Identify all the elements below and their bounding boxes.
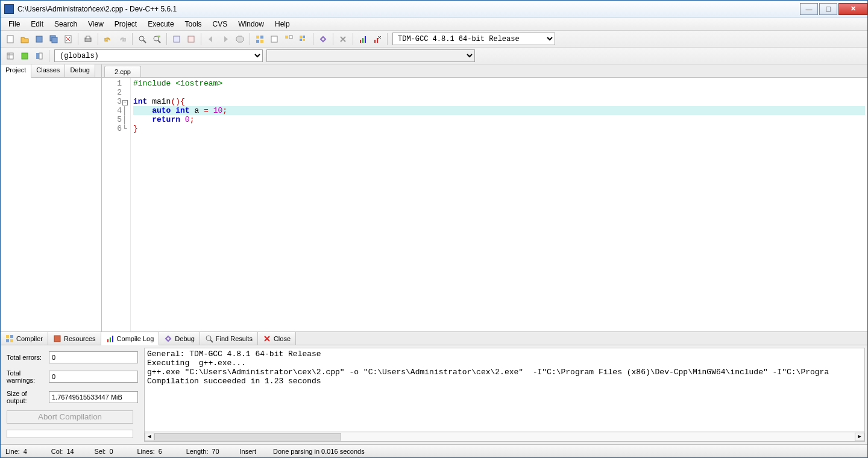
sb-len-value: 70	[212, 448, 222, 455]
sb-mode: Insert	[239, 448, 256, 455]
tab-icon	[5, 334, 14, 343]
sb-message: Done parsing in 0.016 seconds	[273, 448, 365, 455]
bottom-tab-compile-log[interactable]: Compile Log	[101, 332, 160, 345]
svg-rect-14	[256, 36, 259, 39]
editor-area: 2.cpp 123−4│5│6└ #include <iostream>int …	[102, 64, 867, 331]
scroll-left-button[interactable]: ◄	[145, 433, 154, 441]
bottom-tab-find-results[interactable]: Find Results	[200, 332, 258, 345]
project-tree[interactable]	[1, 78, 101, 331]
save-all-button[interactable]	[47, 33, 60, 46]
svg-rect-16	[256, 40, 259, 43]
compiler-profile-select[interactable]: TDM-GCC 4.8.1 64-bit Release	[392, 33, 555, 45]
titlebar[interactable]: C:\Users\Administrator\cex\2.cpp - Dev-C…	[1, 1, 867, 17]
new-class-button[interactable]	[4, 49, 17, 63]
close-file-button[interactable]	[61, 33, 75, 46]
sb-sel-value: 0	[109, 448, 120, 455]
compile-stats: Total errors: Total warnings: Size of ou…	[1, 345, 144, 444]
replace-button[interactable]	[150, 33, 163, 46]
compile-log[interactable]: General: TDM-GCC 4.8.1 64-bit ReleaseExe…	[144, 348, 865, 442]
save-button[interactable]	[33, 33, 46, 46]
maximize-button[interactable]: ▢	[819, 3, 837, 15]
left-tab-debug[interactable]: Debug	[65, 64, 95, 77]
symbols-select[interactable]	[266, 49, 475, 62]
sb-lines-label: Lines:	[137, 448, 154, 455]
tab-icon	[205, 334, 213, 343]
menu-project[interactable]: Project	[109, 19, 142, 30]
size-label: Size of output:	[7, 390, 45, 404]
scroll-right-button[interactable]: ►	[855, 433, 864, 441]
globals-select[interactable]: (globals)	[54, 49, 263, 62]
delete-button[interactable]	[336, 33, 350, 46]
bottom-tab-compiler[interactable]: Compiler	[1, 332, 48, 345]
svg-rect-19	[285, 36, 288, 39]
nav-forward-button[interactable]	[219, 33, 232, 46]
left-tab-project[interactable]: Project	[1, 64, 31, 78]
nav-back-button[interactable]	[204, 33, 218, 46]
svg-rect-22	[303, 36, 305, 38]
stop-button[interactable]	[233, 33, 247, 46]
svg-rect-32	[36, 53, 39, 59]
goto-bookmark-button[interactable]	[184, 33, 198, 46]
menu-tools[interactable]: Tools	[180, 19, 207, 30]
redo-button[interactable]	[116, 33, 129, 46]
undo-button[interactable]	[101, 33, 115, 46]
compile-button[interactable]	[253, 33, 266, 46]
insert-button[interactable]	[18, 49, 31, 63]
errors-field[interactable]	[49, 351, 138, 363]
find-button[interactable]	[136, 33, 149, 46]
rebuild-button[interactable]	[297, 33, 310, 46]
warnings-field[interactable]	[49, 371, 138, 383]
svg-rect-3	[52, 37, 57, 43]
profile-button[interactable]	[356, 33, 370, 46]
statusbar: Line:4 Col:14 Sel:0 Lines:6 Length:70 In…	[1, 444, 867, 457]
svg-rect-0	[7, 36, 13, 43]
line-gutter: 123−4│5│6└	[102, 78, 131, 331]
run-button[interactable]	[268, 33, 281, 46]
toggle-bookmark-button[interactable]	[170, 33, 183, 46]
menu-edit[interactable]: Edit	[25, 19, 49, 30]
new-file-button[interactable]	[4, 33, 17, 46]
menu-window[interactable]: Window	[233, 19, 269, 30]
window-title: C:\Users\Administrator\cex\2.cpp - Dev-C…	[17, 5, 799, 13]
menu-cvs[interactable]: CVS	[207, 19, 233, 30]
sb-line-label: Line:	[5, 448, 20, 455]
svg-rect-29	[377, 38, 378, 43]
debug-button[interactable]	[316, 33, 330, 46]
delete-profile-button[interactable]	[371, 33, 384, 46]
minimize-button[interactable]: —	[800, 3, 818, 15]
menu-view[interactable]: View	[83, 19, 109, 30]
log-hscrollbar[interactable]: ◄ ►	[145, 431, 864, 441]
menu-search[interactable]: Search	[49, 19, 83, 30]
svg-rect-31	[22, 53, 28, 59]
code-content[interactable]: #include <iostream>int main(){ auto int …	[131, 78, 867, 331]
size-field[interactable]	[49, 391, 138, 403]
svg-rect-23	[300, 39, 302, 41]
svg-rect-35	[10, 335, 13, 338]
bottom-tab-resources[interactable]: Resources	[48, 332, 101, 345]
menu-file[interactable]: File	[3, 19, 25, 30]
menu-help[interactable]: Help	[269, 19, 295, 30]
open-button[interactable]	[18, 33, 31, 46]
scroll-thumb[interactable]	[154, 433, 341, 441]
svg-point-7	[139, 36, 144, 41]
print-button[interactable]	[81, 33, 95, 46]
svg-rect-26	[362, 38, 363, 43]
abort-button[interactable]: Abort Compilation	[7, 410, 133, 424]
svg-rect-24	[303, 39, 305, 41]
file-tab[interactable]: 2.cpp	[104, 66, 141, 77]
left-tab-classes[interactable]: Classes	[31, 64, 65, 77]
sb-col-value: 14	[66, 448, 77, 455]
bottom-tab-debug[interactable]: Debug	[159, 332, 200, 345]
sb-len-label: Length:	[186, 448, 209, 455]
compile-run-button[interactable]	[282, 33, 295, 46]
svg-rect-36	[6, 339, 9, 342]
bottom-tab-close[interactable]: Close	[258, 332, 296, 345]
sb-sel-label: Sel:	[94, 448, 105, 455]
close-button[interactable]: ✕	[838, 3, 867, 15]
svg-line-8	[143, 40, 146, 43]
toggle-button[interactable]	[33, 49, 46, 63]
menu-execute[interactable]: Execute	[142, 19, 179, 30]
main-area: ProjectClassesDebug 2.cpp 123−4│5│6└ #in…	[1, 64, 867, 331]
code-editor[interactable]: 123−4│5│6└ #include <iostream>int main()…	[102, 78, 867, 331]
left-panel: ProjectClassesDebug	[1, 64, 102, 331]
